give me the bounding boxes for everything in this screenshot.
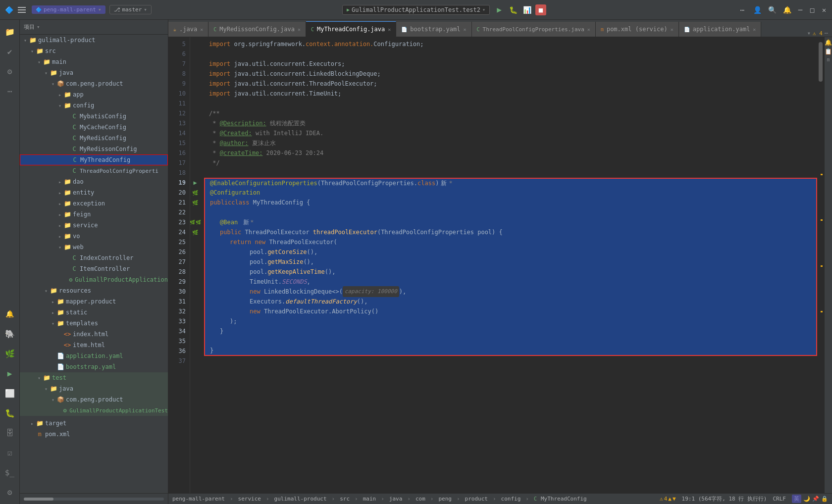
database-icon[interactable]: 🗄 xyxy=(1,424,19,442)
tree-item-main[interactable]: ▾ 📁 main xyxy=(20,56,168,67)
tree-item-mythreadconfig[interactable]: ▸ C MyThreadConfig xyxy=(20,154,168,165)
tab-dropdown-icon[interactable]: ▾ xyxy=(807,30,811,37)
tree-item-service[interactable]: ▸ 📁 service xyxy=(20,220,168,231)
code-editor[interactable]: import org.springframework.context.annot… xyxy=(200,37,817,493)
commit-icon[interactable]: ✔ xyxy=(1,43,19,60)
tab-more-icon[interactable]: ⋯ xyxy=(825,30,828,37)
tab-close-icon[interactable]: ✕ xyxy=(200,27,203,32)
tree-item-static[interactable]: ▸ 📁 static xyxy=(20,307,168,318)
tree-item-test[interactable]: ▾ 📁 test xyxy=(20,372,168,383)
structure-icon[interactable]: ⚙ xyxy=(1,62,19,80)
tree-item-myredisconfig[interactable]: ▸ C MyRedisConfig xyxy=(20,133,168,144)
warning-count[interactable]: ⚠ 4 ▲ ▼ xyxy=(660,496,676,502)
debug-panel-icon[interactable]: 🐛 xyxy=(1,404,19,422)
todo-icon[interactable]: ☑ xyxy=(1,444,19,461)
user-icon[interactable]: 👤 xyxy=(752,4,763,15)
search-icon[interactable]: 🔍 xyxy=(767,4,778,15)
tab-myredissonconfig[interactable]: C MyRedissonConfig.java ✕ xyxy=(208,22,306,37)
tree-item-gulimall-product[interactable]: ▾ 📁 gulimall-product xyxy=(20,35,168,46)
tree-item-threadpoolconfigproperties[interactable]: ▸ C ThreadPoolConfigProperti xyxy=(20,165,168,176)
stop-button[interactable]: ■ xyxy=(535,4,546,15)
tab-java-partial[interactable]: ☕ .java ✕ xyxy=(168,22,208,37)
bean-gutter-icon[interactable]: 🌿 xyxy=(190,220,195,225)
tree-item-gulimallproductapplication[interactable]: ▸ ⚙ GulimallProductApplication xyxy=(20,274,168,285)
code-line-5: import org.springframework.context.annot… xyxy=(204,39,817,49)
tab-threadpoolconfig[interactable]: C ThreadPoolConfigProperties.java ✕ xyxy=(472,22,596,37)
spring-icon[interactable]: 🌿 xyxy=(1,345,19,362)
hamburger-menu-icon[interactable] xyxy=(18,5,28,15)
tree-item-app[interactable]: ▸ 📁 app xyxy=(20,89,168,100)
tab-application-yaml[interactable]: 📄 application.yaml ✕ xyxy=(679,22,762,37)
spring-gutter-icon-2[interactable]: 🌿 xyxy=(190,198,200,207)
tab-pom-service[interactable]: m pom.xml (service) ✕ xyxy=(596,22,679,37)
tree-item-bootstrap-yaml[interactable]: ▸ 📄 bootstrap.yaml xyxy=(20,361,168,372)
run2-icon[interactable]: ▶ xyxy=(1,364,19,382)
notifications-icon[interactable]: 🔔 xyxy=(781,4,792,15)
project-view-icon[interactable]: 📁 xyxy=(1,23,19,41)
tree-item-mybatisconfig[interactable]: ▸ C MybatisConfig xyxy=(20,111,168,122)
tab-close-icon[interactable]: ✕ xyxy=(463,27,466,32)
tab-close-icon[interactable]: ✕ xyxy=(587,27,590,32)
tab-close-icon[interactable]: ✕ xyxy=(753,27,756,32)
tree-item-src[interactable]: ▾ 📁 src xyxy=(20,46,168,56)
tree-item-application-yaml[interactable]: ▸ 📄 application.yaml xyxy=(20,351,168,361)
project-badge[interactable]: 🔷 peng-mall-parent ▾ xyxy=(32,5,105,14)
branch-badge[interactable]: ⎇ master ▾ xyxy=(109,5,152,14)
breadcrumb-gulimall[interactable]: gulimall-product xyxy=(274,496,327,502)
notifications2-icon[interactable]: 🔔 xyxy=(1,305,19,323)
tree-item-test-java[interactable]: ▾ 📁 java xyxy=(20,383,168,394)
gradle-icon[interactable]: 🐘 xyxy=(1,325,19,343)
tree-item-mapper[interactable]: ▸ 📁 mapper.product xyxy=(20,296,168,307)
tree-item-config[interactable]: ▾ 📁 config xyxy=(20,100,168,111)
tree-item-web[interactable]: ▾ 📁 web xyxy=(20,242,168,252)
tree-item-itemcontroller[interactable]: ▸ C ItemController xyxy=(20,263,168,274)
debug-button[interactable]: 🐛 xyxy=(508,4,519,15)
spring-gutter-icon-4[interactable]: 🌿 xyxy=(190,227,200,237)
tab-close-icon[interactable]: ✕ xyxy=(298,27,301,32)
tab-mythreadconfig[interactable]: C MyThreadConfig.java ✕ xyxy=(306,21,396,37)
tab-close-active-icon[interactable]: ✕ xyxy=(388,27,391,32)
run-config[interactable]: ▶ GulimallProductApplicationTest.test2 ▾ xyxy=(342,5,490,15)
tree-item-templates[interactable]: ▾ 📁 templates xyxy=(20,318,168,329)
tree-item-resources[interactable]: ▾ 📁 resources xyxy=(20,285,168,296)
settings-icon[interactable]: ⚙ xyxy=(1,483,19,501)
code-line-14: * @Created: with IntelliJ IDEA. xyxy=(204,128,817,138)
tree-item-exception[interactable]: ▸ 📁 exception xyxy=(20,198,168,209)
tree-item-indexhtml[interactable]: ▸ <> index.html xyxy=(20,329,168,340)
warning-tab-icon[interactable]: ⚠ 4 xyxy=(813,30,823,37)
more-options-icon[interactable]: ⋯ xyxy=(737,4,748,15)
tree-item-entity[interactable]: ▸ 📁 entity xyxy=(20,187,168,198)
breadcrumb-root[interactable]: peng-mall-parent xyxy=(172,496,225,502)
more-icon[interactable]: ⋯ xyxy=(1,82,19,100)
run-gutter-icon[interactable]: ▶ xyxy=(190,178,200,188)
tree-item-pom[interactable]: ▸ m pom.xml xyxy=(20,429,168,440)
tab-bootstrap-yaml[interactable]: 📄 bootstrap.yaml ✕ xyxy=(396,22,471,37)
vertical-scrollbar[interactable] xyxy=(817,37,824,493)
right-panel-icon-m[interactable]: m xyxy=(827,57,830,62)
tab-close-icon[interactable]: ✕ xyxy=(671,27,674,32)
close-button[interactable]: ✕ xyxy=(820,6,828,14)
tree-item-dao[interactable]: ▸ 📁 dao xyxy=(20,176,168,187)
tree-item-test-com-peng[interactable]: ▾ 📦 com.peng.product xyxy=(20,394,168,405)
profile-button[interactable]: 📊 xyxy=(521,4,532,15)
tree-item-mycacheconfig[interactable]: ▸ C MyCacheConfig xyxy=(20,122,168,133)
breadcrumb-service[interactable]: service xyxy=(238,496,261,502)
tree-item-vo[interactable]: ▸ 📁 vo xyxy=(20,231,168,242)
maximize-button[interactable]: □ xyxy=(808,6,816,14)
tree-item-indexcontroller[interactable]: ▸ C IndexController xyxy=(20,252,168,263)
tree-item-java[interactable]: ▾ 📁 java xyxy=(20,67,168,78)
minimize-button[interactable]: ─ xyxy=(796,6,804,14)
tree-item-feign[interactable]: ▸ 📁 feign xyxy=(20,209,168,220)
tree-item-itemhtml[interactable]: ▸ <> item.html xyxy=(20,340,168,351)
spring-gutter-icon-1[interactable]: 🌿 xyxy=(190,188,200,198)
tree-item-com-peng-product[interactable]: ▾ 📦 com.peng.product xyxy=(20,78,168,89)
run-button[interactable]: ▶ xyxy=(494,4,505,15)
layers-icon[interactable]: ⬜ xyxy=(1,384,19,402)
right-panel-icon-1[interactable]: 🔔 xyxy=(825,39,832,46)
tree-item-target[interactable]: ▸ 📁 target xyxy=(20,418,168,429)
tree-item-test-application[interactable]: ▸ ⚙ GulimallProductApplicationTest xyxy=(20,405,168,416)
crlf-indicator[interactable]: CRLF xyxy=(773,496,786,502)
tree-item-myredissonconfig[interactable]: ▸ C MyRedissonConfig xyxy=(20,144,168,154)
terminal-icon[interactable]: $_ xyxy=(1,463,19,481)
right-panel-icon-2[interactable]: 📋 xyxy=(825,48,832,55)
